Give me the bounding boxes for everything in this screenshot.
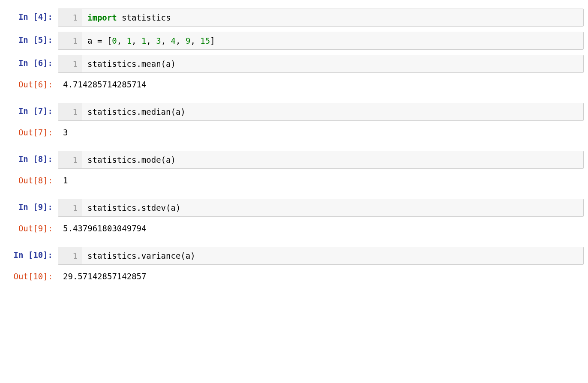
code-input-area[interactable]: 1statistics.median(a): [58, 103, 584, 121]
code-content[interactable]: statistics.stdev(a): [82, 199, 583, 216]
line-number-gutter: 1: [58, 151, 82, 168]
output-prompt: Out[9]:: [4, 222, 58, 233]
code-cell[interactable]: In [7]:1statistics.median(a): [4, 103, 584, 121]
code-input-area[interactable]: 1statistics.mean(a): [58, 55, 584, 73]
code-input-area[interactable]: 1import statistics: [58, 9, 584, 27]
input-prompt: In [10]:: [4, 247, 58, 260]
output-content: 4.714285714285714: [58, 78, 584, 91]
output-prompt: Out[7]:: [4, 126, 58, 137]
output-cell: Out[10]:29.57142857142857: [4, 270, 584, 283]
output-cell: Out[7]:3: [4, 126, 584, 139]
code-input-area[interactable]: 1statistics.variance(a): [58, 247, 584, 265]
line-number-gutter: 1: [58, 32, 82, 49]
code-input-area[interactable]: 1statistics.stdev(a): [58, 199, 584, 217]
input-prompt: In [9]:: [4, 199, 58, 212]
line-number-gutter: 1: [58, 9, 82, 26]
code-cell[interactable]: In [8]:1statistics.mode(a): [4, 151, 584, 169]
code-content[interactable]: statistics.mean(a): [82, 55, 583, 72]
code-input-area[interactable]: 1a = [0, 1, 1, 3, 4, 9, 15]: [58, 32, 584, 50]
output-content: 3: [58, 126, 584, 139]
output-cell: Out[6]:4.714285714285714: [4, 78, 584, 91]
code-cell[interactable]: In [10]:1statistics.variance(a): [4, 247, 584, 265]
code-content[interactable]: statistics.variance(a): [82, 247, 583, 264]
output-prompt: Out[10]:: [4, 270, 58, 281]
code-content[interactable]: statistics.median(a): [82, 103, 583, 120]
code-input-area[interactable]: 1statistics.mode(a): [58, 151, 584, 169]
input-prompt: In [7]:: [4, 103, 58, 116]
input-prompt: In [5]:: [4, 32, 58, 45]
code-cell[interactable]: In [9]:1statistics.stdev(a): [4, 199, 584, 217]
output-prompt: Out[6]:: [4, 78, 58, 89]
output-prompt: Out[8]:: [4, 174, 58, 185]
output-content: 5.437961803049794: [58, 222, 584, 235]
code-cell[interactable]: In [5]:1a = [0, 1, 1, 3, 4, 9, 15]: [4, 32, 584, 50]
input-prompt: In [6]:: [4, 55, 58, 68]
code-content[interactable]: a = [0, 1, 1, 3, 4, 9, 15]: [82, 32, 583, 49]
output-content: 1: [58, 174, 584, 187]
code-content[interactable]: import statistics: [82, 9, 583, 26]
line-number-gutter: 1: [58, 55, 82, 72]
line-number-gutter: 1: [58, 199, 82, 216]
line-number-gutter: 1: [58, 103, 82, 120]
code-cell[interactable]: In [6]:1statistics.mean(a): [4, 55, 584, 73]
output-cell: Out[8]:1: [4, 174, 584, 187]
output-cell: Out[9]:5.437961803049794: [4, 222, 584, 235]
input-prompt: In [4]:: [4, 9, 58, 21]
code-cell[interactable]: In [4]:1import statistics: [4, 9, 584, 27]
line-number-gutter: 1: [58, 247, 82, 264]
input-prompt: In [8]:: [4, 151, 58, 164]
output-content: 29.57142857142857: [58, 270, 584, 283]
code-content[interactable]: statistics.mode(a): [82, 151, 583, 168]
